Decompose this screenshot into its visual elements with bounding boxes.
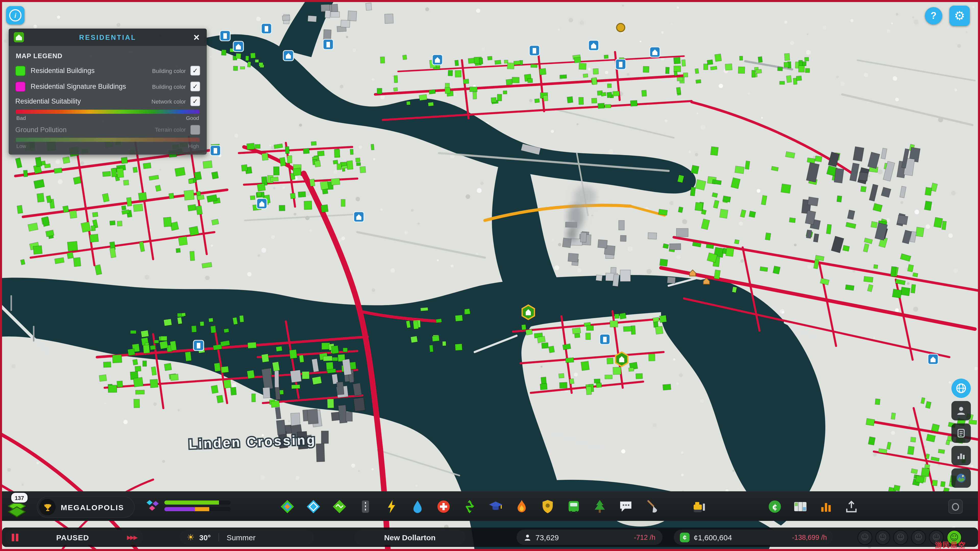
map-marker-service[interactable]	[233, 41, 243, 52]
temperature-label: 30°	[199, 533, 211, 541]
residential-infoview-icon	[14, 32, 24, 42]
parks-button[interactable]	[590, 495, 609, 518]
legend-row-residential-buildings: Residential Buildings Building color ✓	[9, 63, 207, 79]
fire-rescue-button[interactable]	[512, 495, 531, 518]
info-icon: i	[9, 9, 21, 21]
map-marker-service[interactable]	[928, 354, 938, 364]
statistics-button[interactable]	[817, 495, 835, 518]
indicator-2[interactable]: ☺	[875, 530, 890, 545]
row-label: Ground Pollution	[15, 126, 155, 133]
suitability-checkbox[interactable]: ✓	[190, 97, 200, 106]
watermark: 游民星空	[935, 541, 966, 550]
speed-up-button[interactable]: ▶▶▶	[127, 534, 137, 540]
chart-icon	[956, 450, 967, 461]
divider	[218, 533, 219, 541]
communications-button[interactable]	[617, 495, 635, 518]
map-marker-service[interactable]	[323, 39, 333, 49]
map-marker-service[interactable]	[257, 198, 267, 209]
pollution-scale: Low High	[16, 143, 199, 149]
check-icon: ✓	[192, 126, 198, 133]
progression-widget[interactable]: 137	[4, 494, 30, 519]
map-marker-service[interactable]	[529, 45, 539, 56]
info-button[interactable]: i	[6, 6, 24, 24]
map-marker-service[interactable]	[600, 334, 610, 345]
milestone-label: MEGALOPOLIS	[61, 503, 124, 511]
map-marker-gold[interactable]	[617, 24, 625, 32]
residential-buildings-checkbox[interactable]: ✓	[190, 66, 200, 76]
map-marker-levelup[interactable]	[522, 305, 535, 319]
map-globe-button[interactable]	[951, 379, 971, 398]
weather-widget[interactable]: ☀ 30° Summer	[180, 530, 314, 545]
landscaping-button[interactable]	[643, 495, 661, 518]
residential-color-swatch	[15, 65, 25, 76]
healthcare-button[interactable]	[434, 495, 453, 518]
statistics-panel-button[interactable]	[951, 446, 971, 465]
infoview-panel: RESIDENTIAL × MAP LEGEND Residential Bui…	[9, 29, 207, 155]
help-button[interactable]: ?	[925, 7, 942, 24]
share-button[interactable]	[842, 495, 861, 518]
row-label: Residential Signature Buildings	[30, 83, 152, 90]
journal-panel-button[interactable]	[951, 424, 971, 443]
map-marker-service[interactable]	[432, 55, 442, 65]
scale-min-label: Low	[16, 143, 26, 149]
electricity-button[interactable]	[382, 495, 401, 518]
hide-ui-button[interactable]	[948, 499, 963, 514]
sun-icon: ☀	[187, 532, 195, 542]
milestone-pill[interactable]: MEGALOPOLIS	[37, 496, 135, 518]
transportation-button[interactable]	[565, 495, 583, 518]
tree-icon	[592, 499, 608, 514]
map-tiles-button[interactable]	[791, 495, 810, 518]
indicator-1[interactable]: ☺	[858, 530, 872, 545]
main-toolbar: 137 MEGALOPOLIS	[0, 491, 980, 521]
map-marker-service[interactable]	[261, 24, 272, 34]
simulation-controls: PAUSED ▶▶▶	[5, 530, 143, 545]
level-badge: 137	[10, 492, 29, 503]
economy-button[interactable]: ¢	[765, 495, 784, 518]
map-marker-levelup[interactable]	[616, 352, 628, 366]
settings-button[interactable]: ⚙	[950, 6, 970, 26]
panel-title: RESIDENTIAL	[79, 33, 136, 41]
ground-pollution-checkbox[interactable]: ✓	[190, 125, 200, 135]
water-sewage-button[interactable]	[408, 495, 427, 518]
city-name-widget[interactable]: New Dollarton	[354, 530, 466, 545]
map-marker-service[interactable]	[193, 340, 204, 351]
citizens-panel-button[interactable]	[951, 401, 971, 421]
tool-menu	[278, 492, 661, 521]
gear-icon: ⚙	[954, 9, 965, 23]
indicator-3[interactable]: ☺	[893, 530, 908, 545]
population-icon	[524, 534, 531, 541]
map-marker-service[interactable]	[283, 51, 293, 61]
close-button[interactable]: ×	[189, 30, 204, 44]
xp-bar	[164, 500, 231, 504]
signature-buildings-checkbox[interactable]: ✓	[190, 82, 200, 91]
bulldozer-button[interactable]	[690, 495, 708, 518]
pollution-gradient	[16, 138, 200, 142]
map-marker-service[interactable]	[589, 40, 599, 51]
journal-icon	[956, 427, 967, 439]
map-marker-service[interactable]	[616, 59, 626, 69]
xp-progress-widget[interactable]	[145, 498, 231, 513]
population-widget[interactable]: 73,629 -712 /h	[517, 530, 662, 545]
scale-max-label: High	[188, 143, 199, 149]
police-button[interactable]	[538, 495, 557, 518]
medical-cross-icon	[436, 499, 451, 514]
education-button[interactable]	[487, 495, 505, 518]
status-bar: PAUSED ▶▶▶ ☀ 30° Summer New Dollarton 73…	[2, 527, 978, 547]
zones-button[interactable]	[278, 495, 297, 518]
map-marker-service[interactable]	[210, 145, 221, 156]
map-marker-service[interactable]	[650, 47, 660, 57]
trophy-icon	[43, 502, 52, 512]
treasury-widget[interactable]: ¢ ¢1,600,604 -138,699 /h	[674, 530, 833, 545]
check-icon: ✓	[192, 97, 198, 105]
shovel-icon	[644, 499, 659, 514]
pause-button[interactable]	[12, 534, 18, 541]
globe-icon	[956, 383, 967, 394]
indicator-4[interactable]: ☺	[911, 530, 926, 545]
garbage-button[interactable]	[460, 495, 479, 518]
photo-mode-button[interactable]	[951, 468, 971, 488]
signature-buildings-button[interactable]	[304, 495, 323, 518]
areas-button[interactable]	[330, 495, 348, 518]
map-marker-service[interactable]	[354, 212, 364, 222]
map-marker-service[interactable]	[220, 30, 230, 41]
roads-button[interactable]	[356, 495, 375, 518]
